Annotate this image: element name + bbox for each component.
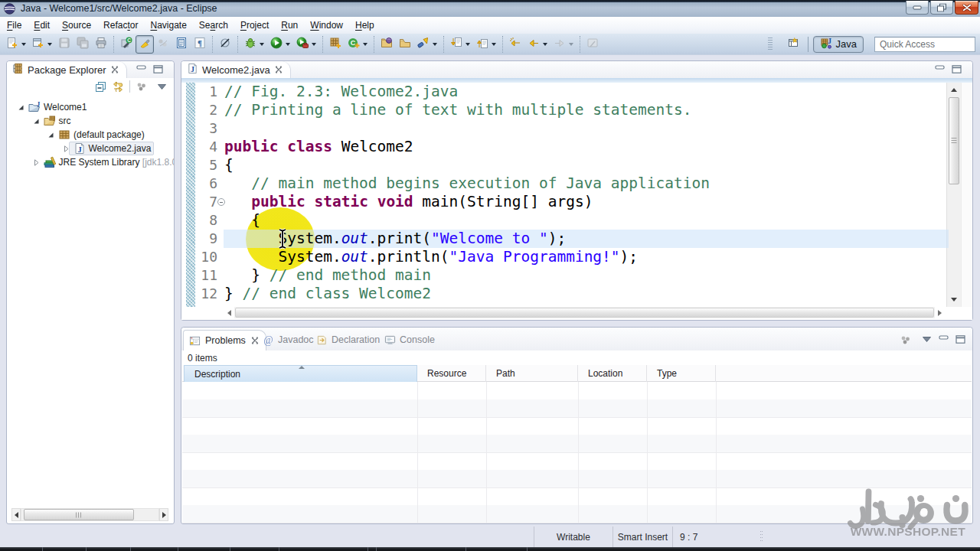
column-header-description[interactable]: Description: [184, 365, 417, 382]
tab-declaration[interactable]: Declaration: [316, 330, 380, 350]
code-line-6[interactable]: 6 // main method begins execution of Jav…: [181, 174, 972, 193]
menu-search[interactable]: Search: [193, 18, 234, 32]
dropdown-arrow-icon[interactable]: [286, 43, 290, 46]
search-button[interactable]: [414, 35, 440, 54]
next-annotation-button[interactable]: [447, 35, 473, 54]
save-all-button[interactable]: [74, 35, 92, 54]
menu-refactor[interactable]: Refactor: [97, 18, 144, 32]
menu-edit[interactable]: Edit: [28, 18, 56, 32]
tab-problems[interactable]: Problems: [183, 330, 266, 350]
scrollbar-button[interactable]: [948, 294, 960, 305]
dropdown-arrow-icon[interactable]: [47, 43, 52, 46]
scrollbar-button[interactable]: [935, 307, 945, 318]
column-header-type[interactable]: Type: [647, 365, 716, 382]
tree-item-welcome1[interactable]: JWelcome1: [7, 100, 174, 114]
close-button[interactable]: [955, 1, 978, 15]
column-header-resource[interactable]: Resource: [417, 365, 486, 382]
editor-tab-welcome2[interactable]: J Welcome2.java: [181, 61, 291, 78]
open-type-button[interactable]: [377, 35, 396, 54]
scrollbar-thumb[interactable]: [24, 509, 134, 520]
tree-item-jre-system-library[interactable]: JRE System Library [jdk1.8.0: [7, 155, 174, 169]
previous-annotation-button[interactable]: [473, 35, 499, 54]
code-line-5[interactable]: 5{: [181, 156, 972, 174]
column-header-location[interactable]: Location: [578, 365, 647, 382]
menu-run[interactable]: Run: [275, 18, 304, 32]
scrollbar-button[interactable]: [11, 508, 21, 521]
view-menu-icon[interactable]: [923, 337, 931, 342]
menu-source[interactable]: Source: [56, 18, 97, 32]
show-whitespace-button[interactable]: ¶: [191, 35, 209, 54]
editor-vscrollbar[interactable]: [946, 83, 961, 307]
open-task-button[interactable]: C: [117, 35, 136, 54]
dropdown-arrow-icon[interactable]: [21, 43, 26, 46]
view-menu-icon[interactable]: [158, 84, 166, 90]
dropdown-arrow-icon[interactable]: [543, 43, 547, 46]
tree-expand-icon[interactable]: [18, 104, 24, 111]
menu-project[interactable]: Project: [234, 18, 275, 32]
open-resource-button[interactable]: [396, 35, 414, 54]
minimize-view-icon[interactable]: [939, 335, 949, 344]
pin-editor-button[interactable]: [583, 35, 602, 54]
code-line-12[interactable]: 12} // end class Welcome2: [181, 285, 972, 303]
scrollbar-thumb[interactable]: [949, 97, 959, 184]
menu-file[interactable]: File: [1, 18, 28, 32]
java-perspective-button[interactable]: J Java: [813, 36, 864, 53]
print-button[interactable]: [92, 35, 110, 54]
menu-window[interactable]: Window: [304, 18, 349, 32]
external-tools-button[interactable]: [293, 35, 319, 54]
quick-access-input[interactable]: [874, 37, 975, 52]
perspective-bar-handle[interactable]: [768, 35, 773, 54]
last-edit-location-button[interactable]: [506, 35, 524, 54]
close-tab-icon[interactable]: [251, 337, 259, 344]
forward-button[interactable]: [550, 35, 577, 54]
code-line-2[interactable]: 2// Printing a line of text with multipl…: [181, 101, 972, 119]
package-explorer-tab[interactable]: Package Explorer: [7, 61, 127, 78]
new-java-project-button[interactable]: [326, 35, 345, 54]
new-window-button[interactable]: [29, 35, 55, 54]
dropdown-arrow-icon[interactable]: [466, 43, 470, 46]
filters-icon[interactable]: [900, 335, 912, 345]
scrollbar-button[interactable]: [948, 84, 960, 96]
fold-marker-icon[interactable]: [217, 198, 225, 206]
code-line-11[interactable]: 11 } // end method main: [181, 266, 972, 285]
tree-expand-icon[interactable]: [33, 159, 40, 166]
close-view-icon[interactable]: [111, 66, 119, 73]
scrollbar-button[interactable]: [159, 508, 168, 521]
mark-occurrences-button[interactable]: [136, 35, 154, 54]
tree-expand-icon[interactable]: [47, 132, 54, 139]
menu-navigate[interactable]: Navigate: [144, 18, 192, 32]
tree-expand-icon[interactable]: [33, 118, 40, 125]
code-area[interactable]: 1// Fig. 2.3: Welcome2.java2// Printing …: [181, 83, 972, 307]
tree-item--default-package-[interactable]: (default package): [7, 128, 174, 142]
new-class-button[interactable]: C: [345, 35, 371, 54]
new-wizard-button[interactable]: [3, 35, 29, 54]
tab-javadoc[interactable]: @ Javadoc: [263, 330, 314, 350]
back-button[interactable]: [524, 35, 550, 54]
tree-item-src[interactable]: src: [7, 114, 174, 128]
minimize-editor-icon[interactable]: [935, 65, 945, 73]
editor-hscrollbar[interactable]: [181, 307, 972, 320]
save-button[interactable]: [55, 35, 74, 54]
code-line-3[interactable]: 3: [181, 119, 972, 138]
minimize-view-icon[interactable]: [136, 65, 146, 73]
format-button[interactable]: [154, 35, 172, 54]
dropdown-arrow-icon[interactable]: [260, 43, 264, 46]
dropdown-arrow-icon[interactable]: [569, 43, 573, 46]
maximize-view-icon[interactable]: [956, 335, 965, 344]
restore-button[interactable]: [930, 1, 953, 15]
tree-item-welcome2-java[interactable]: JWelcome2.java: [7, 142, 174, 155]
block-selection-button[interactable]: [216, 35, 234, 54]
menu-help[interactable]: Help: [349, 18, 381, 32]
maximize-editor-icon[interactable]: [952, 65, 962, 73]
dropdown-arrow-icon[interactable]: [363, 43, 368, 46]
dropdown-arrow-icon[interactable]: [433, 43, 437, 46]
scrollbar-button[interactable]: [224, 307, 234, 318]
dropdown-arrow-icon[interactable]: [492, 43, 496, 46]
close-editor-icon[interactable]: [275, 66, 283, 73]
code-line-7[interactable]: 7 public static void main(String[] args): [181, 193, 972, 211]
focus-task-icon[interactable]: [136, 82, 148, 92]
scrollbar-thumb[interactable]: [235, 308, 934, 318]
code-line-4[interactable]: 4public class Welcome2: [181, 138, 972, 156]
run-button[interactable]: [267, 35, 293, 54]
collapse-all-icon[interactable]: [95, 81, 106, 93]
